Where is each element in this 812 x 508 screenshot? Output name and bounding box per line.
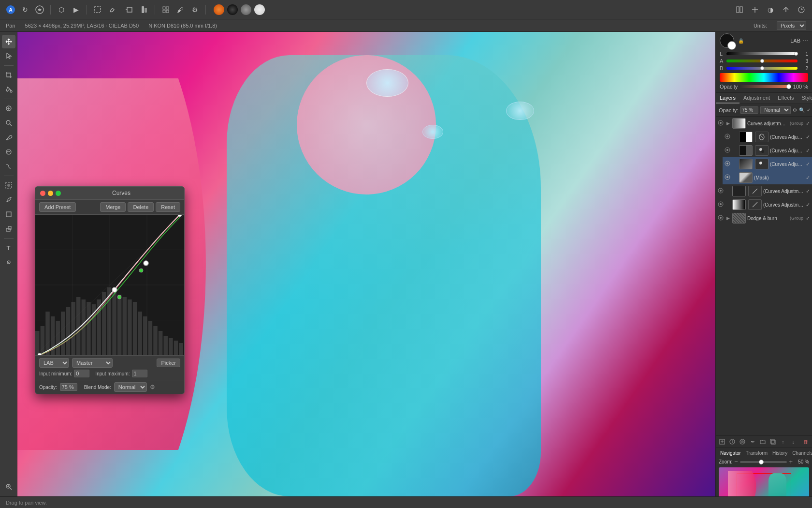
rect-select-icon[interactable] xyxy=(91,3,104,16)
curves-titlebar[interactable]: Curves xyxy=(35,187,184,200)
layer-curves-adj-selected[interactable]: (Curves Adjustment) ✓ xyxy=(723,157,812,171)
nav-tab-transform[interactable]: Transform xyxy=(744,450,769,456)
move-up-layer[interactable]: ↑ xyxy=(779,437,787,446)
curves-opacity-input[interactable] xyxy=(60,383,77,391)
curves-gear-icon[interactable]: ⚙ xyxy=(150,384,155,390)
tab-layers[interactable]: Layers xyxy=(716,93,740,104)
input-min-value[interactable] xyxy=(74,370,89,377)
check-curves-selected[interactable]: ✓ xyxy=(806,161,810,167)
grid-icon[interactable] xyxy=(159,3,173,16)
check-mask[interactable]: ✓ xyxy=(806,175,810,181)
layers-search-icon[interactable]: 🔍 xyxy=(799,106,805,114)
color-mode-label[interactable]: LAB xyxy=(790,38,800,44)
delete-button[interactable]: Delete xyxy=(128,202,154,212)
colour-gradient-bar[interactable] xyxy=(720,73,808,82)
layer-dodge-burn[interactable]: ▶ Dodge & burn (Group ✓ xyxy=(716,211,812,225)
layer-visibility-curves-group[interactable] xyxy=(718,120,724,127)
paint-tool[interactable] xyxy=(2,131,15,144)
brush-icon[interactable]: 🖌 xyxy=(174,3,187,16)
persona-icon[interactable] xyxy=(33,3,46,16)
open-icon[interactable]: ▶ xyxy=(69,3,83,16)
pen-tool[interactable] xyxy=(2,193,15,207)
vis-dodge[interactable] xyxy=(718,215,724,222)
a-thumb[interactable] xyxy=(760,59,764,63)
layer-curves-adj-2[interactable]: (Curves Adjustm... ✓ xyxy=(723,144,812,157)
place-icon[interactable] xyxy=(137,3,151,16)
color-btn-1[interactable] xyxy=(214,4,224,15)
vis-curves-2[interactable] xyxy=(725,147,730,154)
background-color[interactable] xyxy=(727,41,736,50)
vis-curves-s1[interactable] xyxy=(718,188,724,194)
reset-button[interactable]: Reset xyxy=(156,202,180,212)
add-pixel-layer[interactable] xyxy=(718,437,726,446)
layers-chevron-icon[interactable]: ✓ xyxy=(807,106,811,114)
tab-adjustment[interactable]: Adjustment xyxy=(740,93,774,104)
zoom-track[interactable] xyxy=(740,461,787,463)
tab-effects[interactable]: Effects xyxy=(774,93,798,104)
layer-curves-standalone-1[interactable]: (Curves Adjustment) ✓ xyxy=(716,184,812,198)
lasso-icon[interactable] xyxy=(105,3,119,16)
app-logo[interactable]: A xyxy=(4,3,17,16)
nav-tab-history[interactable]: History xyxy=(771,450,789,456)
clone-tool[interactable] xyxy=(2,116,15,130)
select-brush-tool[interactable] xyxy=(2,179,15,192)
smudge-tool[interactable] xyxy=(2,160,15,173)
add-mask-layer[interactable] xyxy=(738,437,747,446)
pen-layer[interactable]: ✒ xyxy=(748,437,757,446)
nav-tab-navigator[interactable]: Navigator xyxy=(719,450,742,456)
add-adjustment-layer[interactable] xyxy=(728,437,737,446)
layer-group-curves-adjustments[interactable]: ▶ Curves adjustments (Group ✓ xyxy=(716,117,812,130)
check-dodge[interactable]: ✓ xyxy=(806,215,810,222)
blend-mode-select[interactable]: Normal Multiply Screen Overlay xyxy=(760,106,791,114)
layers-settings-icon[interactable]: ⚙ xyxy=(793,106,797,114)
expand-dodge[interactable]: ▶ xyxy=(725,215,731,221)
curves-blend-select[interactable]: Normal Multiply Screen xyxy=(114,382,147,392)
check-curves-s1[interactable]: ✓ xyxy=(806,188,810,194)
channel-mode-select[interactable]: LAB RGB CMYK xyxy=(39,358,69,368)
layers-opacity-input[interactable] xyxy=(740,106,758,114)
text-tool[interactable]: T xyxy=(2,241,15,254)
erase-tool[interactable] xyxy=(2,222,15,236)
snap-icon[interactable] xyxy=(748,3,762,16)
vis-curves-selected[interactable] xyxy=(725,161,730,167)
layer-mask[interactable]: (Mask) ✓ xyxy=(723,171,812,184)
select-tool[interactable] xyxy=(2,49,15,63)
a-slider[interactable] xyxy=(726,60,798,62)
merge-button[interactable]: Merge xyxy=(100,202,126,212)
shape-tool[interactable] xyxy=(2,208,15,221)
check-curves-group[interactable]: ✓ xyxy=(806,120,810,127)
opacity-thumb[interactable] xyxy=(786,84,791,89)
zoom-out-btn[interactable]: − xyxy=(734,458,738,465)
vis-curves-s2[interactable] xyxy=(718,201,724,208)
add-preset-button[interactable]: Add Preset xyxy=(39,202,76,212)
vis-mask[interactable] xyxy=(725,174,730,181)
tool-gear-icon[interactable]: ⚙ xyxy=(188,3,202,16)
close-button[interactable] xyxy=(40,191,45,196)
move-down-layer[interactable]: ↓ xyxy=(789,437,798,446)
vis-curves-1[interactable] xyxy=(725,134,730,140)
maximize-button[interactable] xyxy=(56,191,61,196)
refresh-icon[interactable]: ↻ xyxy=(18,3,32,16)
new-icon[interactable]: ⬡ xyxy=(55,3,68,16)
b-thumb[interactable] xyxy=(760,66,764,70)
layer-curves-standalone-2[interactable]: (Curves Adjustment) ✓ xyxy=(716,198,812,211)
delete-layer[interactable]: 🗑 xyxy=(801,437,810,446)
crop-icon[interactable] xyxy=(123,3,136,16)
view-options-icon[interactable]: ◑ xyxy=(764,3,777,16)
share-icon[interactable] xyxy=(779,3,793,16)
move-tool[interactable] xyxy=(2,35,15,48)
curves-graph[interactable] xyxy=(35,215,184,355)
crop-tool[interactable] xyxy=(2,68,15,82)
zoom-tool[interactable] xyxy=(2,480,15,493)
zoom-in-btn[interactable]: + xyxy=(789,458,793,465)
nav-tab-channels[interactable]: Channels xyxy=(791,450,812,456)
color-btn-2[interactable] xyxy=(227,4,238,15)
check-curves-s2[interactable]: ✓ xyxy=(806,202,810,208)
heal-tool[interactable] xyxy=(2,102,15,115)
check-curves-1[interactable]: ✓ xyxy=(806,134,810,140)
duplicate-layer[interactable] xyxy=(768,437,777,446)
dodge-tool[interactable] xyxy=(2,145,15,159)
l-slider[interactable] xyxy=(726,52,798,55)
units-select[interactable]: Pixels Inches cm xyxy=(777,21,806,30)
b-slider[interactable] xyxy=(726,67,798,70)
